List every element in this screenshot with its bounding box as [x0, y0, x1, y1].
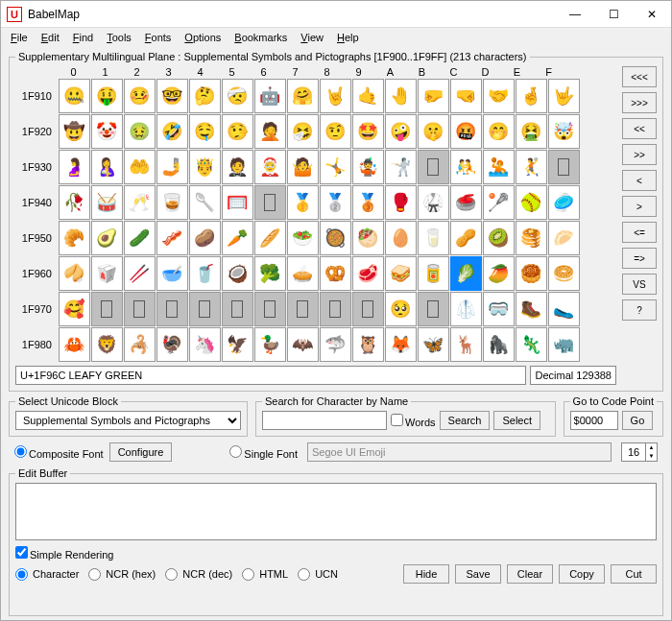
char-cell[interactable]: 🥟 — [548, 221, 580, 255]
char-cell[interactable]: 🤟 — [548, 79, 580, 113]
words-checkbox[interactable] — [391, 414, 403, 426]
char-cell[interactable]: 🤦 — [254, 114, 286, 149]
menu-view[interactable]: View — [295, 31, 329, 44]
char-cell[interactable]: 🥚 — [385, 221, 417, 255]
char-cell[interactable] — [222, 292, 253, 326]
char-cell[interactable]: 🥰 — [59, 292, 90, 326]
go-button[interactable]: Go — [622, 411, 654, 430]
char-cell[interactable]: 🥂 — [124, 185, 156, 220]
char-cell[interactable]: 🦁 — [91, 327, 123, 362]
char-cell[interactable] — [156, 292, 188, 326]
char-cell[interactable]: 🥋 — [418, 185, 449, 220]
simple-rendering-checkbox[interactable] — [15, 546, 28, 559]
char-cell[interactable]: 🥧 — [287, 256, 319, 291]
char-cell[interactable]: 🥫 — [418, 256, 449, 291]
font-size-input[interactable] — [622, 443, 645, 461]
nav-button[interactable]: <<< — [622, 66, 657, 87]
char-cell[interactable]: 🤸 — [320, 150, 351, 184]
char-cell[interactable]: 🤭 — [483, 114, 515, 149]
char-cell[interactable]: 🥥 — [222, 256, 253, 291]
char-cell[interactable]: 🥺 — [385, 292, 417, 326]
menu-help[interactable]: Help — [331, 31, 365, 44]
char-cell[interactable]: 🥉 — [352, 185, 384, 220]
char-cell[interactable]: 🤹 — [352, 150, 384, 184]
char-cell[interactable] — [124, 292, 156, 326]
font-size-spinner[interactable]: ▲▼ — [621, 442, 658, 462]
format-radio[interactable] — [15, 568, 28, 581]
char-cell[interactable]: 🦂 — [124, 327, 156, 362]
char-cell[interactable]: 🤛 — [418, 79, 449, 113]
copy-button[interactable]: Copy — [559, 564, 605, 584]
char-cell[interactable]: 🤫 — [418, 114, 449, 149]
char-cell[interactable]: 🤒 — [124, 79, 156, 113]
char-cell[interactable]: 🥽 — [483, 292, 515, 326]
char-cell[interactable] — [320, 292, 351, 326]
char-cell[interactable] — [418, 292, 449, 326]
char-cell[interactable]: 🤩 — [352, 114, 384, 149]
char-cell[interactable]: 🥐 — [59, 221, 90, 255]
char-cell[interactable]: 🤞 — [516, 79, 547, 113]
char-cell[interactable]: 🤓 — [156, 79, 188, 113]
char-cell[interactable]: 🥭 — [483, 256, 515, 291]
char-cell[interactable]: 🤥 — [222, 114, 253, 149]
char-cell[interactable]: 🤱 — [91, 150, 123, 184]
nav-button[interactable]: >>> — [622, 92, 657, 113]
char-cell[interactable]: 🤮 — [516, 114, 547, 149]
char-cell[interactable]: 🦏 — [548, 327, 580, 362]
char-cell[interactable]: 🤕 — [222, 79, 253, 113]
menu-find[interactable]: Find — [67, 31, 99, 44]
nav-button[interactable]: > — [622, 196, 657, 217]
search-input[interactable] — [262, 411, 387, 430]
char-cell[interactable]: 🤳 — [156, 150, 188, 184]
char-cell[interactable]: 🤠 — [59, 114, 90, 149]
char-cell[interactable]: 🦃 — [156, 327, 188, 362]
char-cell[interactable]: 🤶 — [254, 150, 286, 184]
char-cell[interactable]: 🤗 — [287, 79, 319, 113]
select-button[interactable]: Select — [493, 411, 540, 430]
char-cell[interactable]: 🤪 — [385, 114, 417, 149]
hide-button[interactable]: Hide — [403, 564, 449, 584]
char-cell[interactable]: 🥎 — [516, 185, 547, 220]
char-cell[interactable]: 🤲 — [124, 150, 156, 184]
char-cell[interactable]: 🤾 — [516, 150, 547, 184]
edit-buffer-textarea[interactable] — [15, 483, 657, 540]
nav-button[interactable]: VS — [622, 274, 657, 295]
char-cell[interactable]: 🥓 — [156, 221, 188, 255]
char-cell[interactable]: 🤰 — [59, 150, 90, 184]
char-cell[interactable]: 🥤 — [189, 256, 221, 291]
composite-font-radio-label[interactable]: Composite Font — [14, 445, 104, 460]
format-radio[interactable] — [242, 568, 254, 581]
char-cell[interactable]: 🥞 — [516, 221, 547, 255]
menu-bookmarks[interactable]: Bookmarks — [228, 31, 293, 44]
char-cell[interactable]: 🥏 — [548, 185, 580, 220]
char-cell[interactable]: 🥅 — [222, 185, 253, 220]
char-cell[interactable]: 🥘 — [320, 221, 351, 255]
char-cell[interactable]: 🦌 — [450, 327, 482, 362]
char-cell[interactable]: 🦊 — [385, 327, 417, 362]
char-cell[interactable]: 🦆 — [254, 327, 286, 362]
format-radio-label[interactable]: NCR (hex) — [88, 568, 156, 581]
char-cell[interactable]: 🤑 — [91, 79, 123, 113]
char-cell[interactable]: 🤜 — [450, 79, 482, 113]
char-cell[interactable]: 🥗 — [287, 221, 319, 255]
char-cell[interactable] — [254, 185, 286, 220]
clear-button[interactable]: Clear — [507, 564, 553, 584]
char-cell[interactable] — [548, 150, 580, 184]
nav-button[interactable]: <= — [622, 222, 657, 243]
char-cell[interactable]: 🥝 — [483, 221, 515, 255]
char-cell[interactable]: 🥯 — [548, 256, 580, 291]
char-cell[interactable]: 🤝 — [483, 79, 515, 113]
char-cell[interactable]: 🥿 — [548, 292, 580, 326]
char-cell[interactable]: 🤘 — [320, 79, 351, 113]
char-cell[interactable] — [287, 292, 319, 326]
char-cell[interactable]: 🤯 — [548, 114, 580, 149]
size-up-button[interactable]: ▲ — [645, 443, 657, 452]
char-cell[interactable]: 🥒 — [124, 221, 156, 255]
char-cell[interactable]: 🦀 — [59, 327, 90, 362]
composite-font-radio[interactable] — [14, 445, 27, 458]
char-cell[interactable] — [189, 292, 221, 326]
char-cell[interactable]: 🦍 — [483, 327, 515, 362]
char-cell[interactable]: 🦄 — [189, 327, 221, 362]
char-cell[interactable]: 🥁 — [91, 185, 123, 220]
unicode-block-select[interactable]: Supplemental Symbols and Pictographs — [15, 411, 241, 430]
